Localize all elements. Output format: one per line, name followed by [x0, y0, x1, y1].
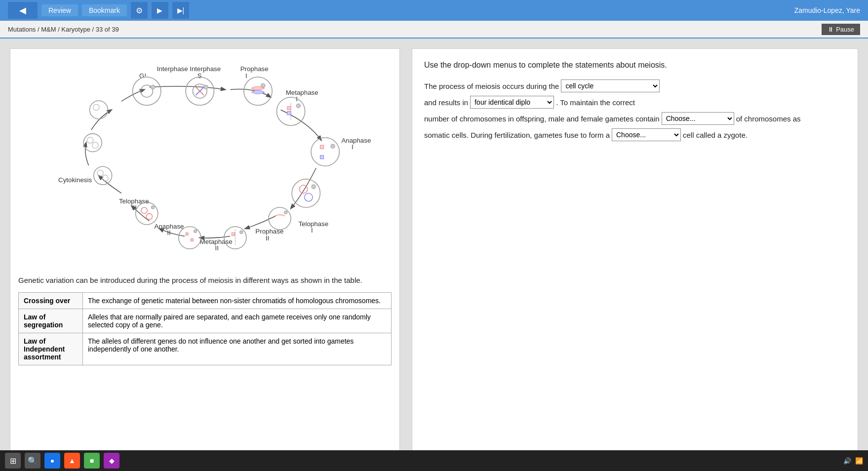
svg-text:I: I	[352, 143, 354, 151]
svg-text:Telophase: Telophase	[298, 220, 328, 228]
main-content: Interphase G¹ Interphase S Prophase I Me…	[0, 39, 868, 468]
statement-3-after: of chromosomes as	[736, 112, 801, 125]
svg-point-44	[312, 185, 316, 189]
dropdown-gametes-contain[interactable]: Choose...half the numberthe same numberd…	[662, 112, 734, 125]
nav-back-btn[interactable]: ◀	[8, 2, 38, 19]
statement-4: somatic cells. During fertilization, gam…	[424, 128, 846, 142]
svg-point-31	[261, 83, 265, 87]
table-term-cell: Crossing over	[19, 292, 83, 309]
svg-text:Metaphase: Metaphase	[286, 89, 318, 96]
statement-2-after: . To maintain the correct	[556, 96, 635, 109]
svg-text:Anaphase: Anaphase	[341, 137, 371, 144]
table-term-cell: Law of Independent assortment	[19, 333, 83, 365]
student-name: Zamudio-Lopez, Yare	[794, 6, 860, 14]
svg-rect-53	[191, 239, 193, 241]
svg-rect-35	[287, 112, 291, 115]
left-panel: Interphase G¹ Interphase S Prophase I Me…	[10, 48, 400, 458]
table-desc-cell: The alleles of different genes do not in…	[83, 333, 392, 365]
table-desc-cell: The exchange of genetic material between…	[83, 292, 392, 309]
svg-text:Prophase: Prophase	[255, 228, 283, 235]
svg-text:II: II	[215, 244, 218, 252]
breadcrumb-bar: Mutations / M&M / Karyotype / 33 of 39 ⏸…	[0, 21, 868, 39]
pause-button[interactable]: ⏸ Pause	[822, 24, 860, 35]
statement-1: The process of meiosis occurs during the…	[424, 79, 846, 93]
windows-icon: ⊞	[10, 456, 16, 466]
table-term-cell: Law of segregation	[19, 309, 83, 333]
dropdown-results-in[interactable]: four identical diplotwo identical cellsf…	[470, 96, 554, 109]
top-bar: ◀ Review Bookmark ⚙ ▶ ▶| Zamudio-Lopez, …	[0, 0, 868, 21]
svg-rect-52	[186, 233, 188, 235]
svg-rect-34	[287, 106, 291, 110]
svg-text:I: I	[311, 227, 313, 234]
dropdown-cell-cycle[interactable]: cell cycleinterphasemitosisG1 phase	[561, 79, 660, 92]
right-panel: Use the drop-down menus to complete the …	[412, 48, 858, 458]
pause-label: Pause	[836, 26, 854, 33]
taskbar-right: 🔊 📶	[843, 457, 863, 465]
statement-3-before: number of chromosomes in offspring, male…	[424, 112, 660, 125]
taskbar-app2[interactable]: ▲	[64, 453, 80, 469]
variation-table: Crossing overThe exchange of genetic mat…	[18, 292, 392, 365]
svg-point-58	[151, 206, 154, 209]
svg-point-40	[331, 144, 335, 148]
dropdown-zygote[interactable]: Choose...diploidhaploidtriploid	[612, 128, 681, 141]
settings-btn[interactable]: ⚙	[131, 2, 148, 19]
taskbar-search-btn[interactable]: 🔍	[25, 453, 40, 469]
svg-point-36	[296, 104, 300, 108]
svg-rect-49	[232, 233, 235, 236]
taskbar-app3[interactable]: ■	[84, 453, 100, 469]
breadcrumb: Mutations / M&M / Karyotype / 33 of 39	[8, 26, 119, 33]
svg-text:Prophase: Prophase	[240, 65, 269, 73]
statement-3: number of chromosomes in offspring, male…	[424, 112, 846, 125]
statement-4-after: cell called a zygote.	[683, 128, 748, 142]
svg-point-27	[204, 85, 208, 89]
taskbar: ⊞ 🔍 ● ▲ ■ ◆ 🔊 📶	[0, 450, 868, 471]
search-icon: 🔍	[28, 456, 38, 466]
top-bar-left: ◀ Review Bookmark ⚙ ▶ ▶|	[8, 2, 189, 19]
review-button[interactable]: Review	[41, 4, 78, 16]
variation-text: Genetic variation can be introduced duri…	[18, 275, 392, 286]
instruction-text: Use the drop-down menus to complete the …	[424, 59, 846, 72]
statement-4-before: somatic cells. During fertilization, gam…	[424, 128, 610, 142]
nav-forward-btn[interactable]: ▶	[152, 2, 168, 19]
taskbar-time: 🔊	[843, 457, 851, 465]
taskbar-start-btn[interactable]: ⊞	[5, 453, 21, 469]
svg-text:S: S	[197, 72, 202, 79]
svg-point-24	[151, 85, 155, 89]
extra-nav-btn[interactable]: ▶|	[172, 2, 189, 19]
svg-text:Interphase: Interphase	[157, 65, 188, 73]
svg-point-50	[240, 231, 243, 234]
svg-text:Interphase: Interphase	[190, 65, 221, 73]
svg-text:I: I	[245, 72, 247, 79]
pause-icon: ⏸	[828, 26, 834, 33]
statement-2: and results in four identical diplotwo i…	[424, 96, 846, 109]
svg-point-46	[284, 211, 287, 214]
taskbar-app4[interactable]: ◆	[104, 453, 119, 469]
table-desc-cell: Alleles that are normally paired are sep…	[83, 309, 392, 333]
taskbar-network: 📶	[855, 457, 863, 465]
svg-text:Cytokinesis: Cytokinesis	[58, 176, 92, 184]
statement-1-before: The process of meiosis occurs during the	[424, 79, 559, 93]
svg-rect-39	[320, 156, 323, 159]
svg-text:II: II	[266, 235, 269, 242]
svg-point-54	[194, 230, 197, 233]
meiosis-diagram: Interphase G¹ Interphase S Prophase I Me…	[18, 57, 392, 269]
statement-2-before: and results in	[424, 96, 468, 109]
bookmark-button[interactable]: Bookmark	[82, 4, 127, 16]
svg-rect-38	[320, 145, 323, 149]
taskbar-app1[interactable]: ●	[44, 453, 60, 469]
